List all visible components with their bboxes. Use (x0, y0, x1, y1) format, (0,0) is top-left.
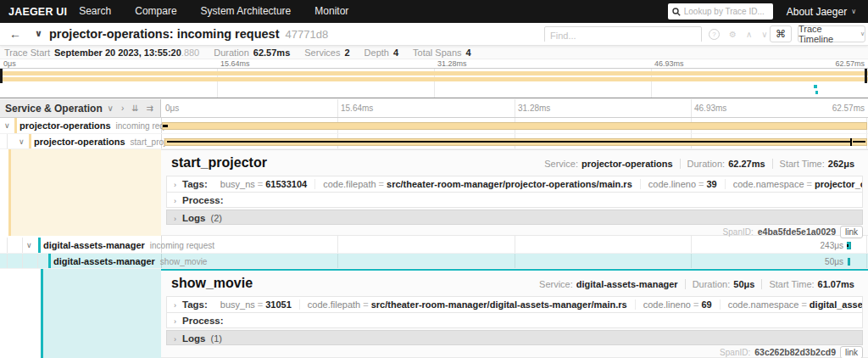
trace-view-selector[interactable]: Trace Timeline ∨ (798, 25, 865, 42)
logs-accordion[interactable]: ›Logs(1) (166, 330, 863, 345)
trace-total-spans: Total Spans4 (413, 48, 471, 58)
span-id-row: SpanID: e4ba5fde5e1a0029 link (723, 225, 863, 238)
trace-minimap[interactable] (0, 68, 868, 98)
trace-id-lookup[interactable] (668, 3, 773, 20)
minimap-span-dam-incoming-request (814, 85, 817, 88)
span-bar[interactable] (848, 258, 850, 266)
span-service: digital-assets-manager (53, 256, 155, 266)
collapse-one-icon[interactable]: ∨ (108, 103, 114, 113)
span-color-strip (38, 238, 41, 253)
process-accordion[interactable]: ›Process: (166, 313, 863, 328)
span-row-show-movie[interactable]: digital-assets-managershow_movie 50μs (0, 254, 868, 269)
timeline-header: Service & Operation ∨ › ⇊ ⇉ 0μs 15.64ms … (0, 99, 868, 118)
chevron-right-icon: › (174, 301, 176, 310)
minimap-tick-labels: 0μs 15.64ms 31.28ms 46.93ms 62.57ms (0, 59, 868, 68)
ruler-gridline (337, 99, 338, 117)
ruler-gridline (691, 99, 692, 117)
chevron-right-icon: › (174, 181, 176, 189)
timeline-ruler: 0μs 15.64ms 31.28ms 46.93ms 62.57ms (161, 99, 868, 117)
span-detail-stats: Service:digital-assets-manager Duration:… (532, 279, 861, 289)
chevron-right-icon: › (174, 317, 176, 326)
chevron-right-icon: › (174, 215, 176, 223)
trace-id: 47771d8 (286, 28, 329, 41)
expand-all-icon[interactable]: ⇉ (147, 103, 153, 113)
gear-icon[interactable]: ⚙ (729, 30, 737, 39)
collapse-trace-header-icon[interactable]: ∨ (35, 28, 42, 39)
collapse-children-icon[interactable]: ∨ (4, 121, 10, 130)
back-icon[interactable]: ← (9, 27, 21, 41)
chevron-right-icon: › (174, 335, 176, 344)
search-icon (672, 8, 681, 16)
span-id-value: e4ba5fde5e1a0029 (758, 227, 836, 237)
nav-item-system-architecture[interactable]: System Architecture (189, 0, 303, 23)
span-row-start-projector[interactable]: ∨ projector-operationsstart_projector (0, 134, 868, 149)
trace-depth: Depth4 (364, 48, 398, 58)
chevron-down-icon: ∨ (860, 31, 865, 37)
span-link-button[interactable]: link (840, 226, 863, 238)
detail-indent-block (8, 149, 161, 236)
trace-title: projector-operations: incoming request47… (49, 27, 328, 41)
span-detail-title: start_projector (171, 155, 267, 171)
span-id-value: 63c262b82d3b2cd9 (754, 347, 836, 357)
trace-summary-bar: Trace StartSeptember 20 2023, 13:55:20.8… (0, 46, 868, 59)
nav-right: About Jaeger ∨ (668, 3, 868, 20)
find-next-icon[interactable]: ∨ (761, 30, 767, 39)
collapse-children-icon[interactable]: ∨ (19, 137, 25, 146)
span-row-incoming-request[interactable]: ∨ projector-operationsincoming request (0, 118, 868, 134)
chevron-down-icon: ∨ (851, 8, 856, 15)
minimap-right-handle[interactable] (865, 69, 867, 83)
collapse-children-icon[interactable]: ∨ (26, 241, 32, 249)
span-id-row: SpanID: 63c262b82d3b2cd9 link (720, 345, 863, 358)
span-service: digital-assets-manager (43, 240, 145, 250)
minimap-span-incoming-request (0, 71, 868, 76)
chevron-right-icon: › (174, 197, 176, 205)
span-service: projector-operations (34, 137, 125, 147)
find-box (544, 26, 702, 42)
span-operation: show_movie (160, 257, 208, 266)
span-color-strip (14, 118, 17, 133)
span-link-button[interactable]: link (840, 346, 863, 358)
service-operation-header: Service & Operation ∨ › ⇊ ⇉ (0, 99, 161, 117)
nav-item-compare[interactable]: Compare (123, 0, 188, 23)
nav-item-monitor[interactable]: Monitor (303, 0, 360, 23)
collapse-all-icon[interactable]: ⇊ (131, 103, 138, 113)
span-detail-start-projector: start_projector Service:projector-operat… (161, 149, 868, 236)
span-row-dam-incoming-request[interactable]: ∨ digital-assets-managerincoming request… (0, 238, 868, 254)
nav-item-search[interactable]: Search (67, 0, 123, 23)
help-icon[interactable]: ? (709, 29, 720, 40)
span-detail-stats: Service:projector-operations Duration:62… (537, 159, 861, 169)
span-duration-label: 50μs (808, 257, 843, 266)
tags-accordion[interactable]: ›Tags:busy_ns=61533104code.filepath=src/… (166, 176, 863, 193)
expand-one-icon[interactable]: › (121, 103, 124, 113)
trace-header-bar: ← ∨ projector-operations: incoming reque… (0, 23, 868, 46)
span-service: projector-operations (19, 120, 111, 131)
span-rows-region: ∨ projector-operationsincoming request ∨… (0, 118, 868, 358)
critical-path-segment (167, 141, 850, 143)
minimap-span-start-projector (0, 77, 868, 81)
find-prev-icon[interactable]: ∧ (746, 30, 752, 39)
span-duration-label: 243μs (808, 241, 843, 250)
critical-path-tick (850, 138, 852, 146)
span-operation: incoming request (150, 241, 214, 250)
trace-services: Services2 (304, 48, 349, 58)
span-bar[interactable] (162, 122, 867, 130)
critical-path-segment (853, 141, 865, 143)
trace-id-lookup-input[interactable] (684, 7, 769, 16)
process-accordion[interactable]: ›Process: (166, 193, 863, 208)
keyboard-shortcuts-button[interactable]: ⌘ (770, 25, 792, 42)
trace-duration: Duration62.57ms (214, 48, 290, 58)
critical-path-segment (163, 125, 168, 127)
minimap-left-handle[interactable] (0, 69, 3, 83)
app-logo[interactable]: JAEGER UI (8, 6, 67, 18)
logs-accordion[interactable]: ›Logs(2) (166, 210, 863, 225)
ruler-gridline (515, 99, 515, 117)
span-color-strip (29, 134, 31, 148)
detail-indent-block (41, 269, 161, 358)
minimap-span-show-movie (815, 91, 818, 94)
span-detail-show-movie: show_movie Service:digital-assets-manage… (161, 269, 868, 358)
find-input[interactable] (545, 29, 701, 43)
tags-accordion[interactable]: ›Tags:busy_ns=31051code.filepath=src/the… (166, 296, 863, 313)
span-detail-title: show_movie (171, 276, 253, 291)
about-jaeger-menu[interactable]: About Jaeger ∨ (787, 6, 856, 18)
top-nav: JAEGER UI Search Compare System Architec… (0, 0, 868, 23)
